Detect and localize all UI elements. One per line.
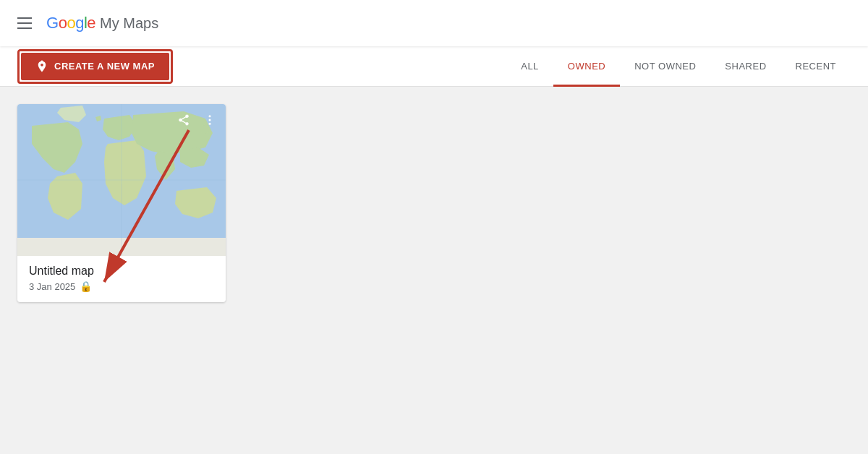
create-new-map-button[interactable]: CREATE A NEW MAP <box>21 53 169 80</box>
header: Google My Maps <box>0 0 868 46</box>
map-date: 3 Jan 2025 <box>29 281 75 292</box>
create-button-label: CREATE A NEW MAP <box>54 61 155 72</box>
tab-shared[interactable]: SHARED <box>710 46 780 87</box>
google-logo: Google <box>46 14 95 33</box>
share-button[interactable] <box>174 110 194 130</box>
map-meta: 3 Jan 2025 🔒 <box>29 280 214 292</box>
tab-owned[interactable]: OWNED <box>553 46 620 87</box>
map-card-actions <box>174 110 220 130</box>
hamburger-menu[interactable] <box>12 12 38 35</box>
share-icon <box>177 113 190 127</box>
logo-area: Google My Maps <box>46 14 158 33</box>
svg-point-6 <box>209 123 211 125</box>
tab-not-owned[interactable]: NOT OWNED <box>620 46 710 87</box>
svg-point-5 <box>209 119 211 121</box>
create-button-highlight: CREATE A NEW MAP <box>17 49 173 84</box>
map-title: Untitled map <box>29 265 214 278</box>
app-title: My Maps <box>100 15 158 32</box>
map-card-info: Untitled map 3 Jan 2025 🔒 <box>17 256 226 302</box>
main-content: Untitled map 3 Jan 2025 🔒 <box>0 87 868 454</box>
toolbar: CREATE A NEW MAP ALL OWNED NOT OWNED SHA… <box>0 46 868 87</box>
map-card[interactable]: Untitled map 3 Jan 2025 🔒 <box>17 104 226 302</box>
more-vert-icon <box>203 113 216 127</box>
tab-all[interactable]: ALL <box>506 46 553 87</box>
svg-point-4 <box>209 115 211 117</box>
map-pin-icon <box>35 60 48 73</box>
map-thumbnail <box>17 104 226 256</box>
tab-recent[interactable]: RECENT <box>781 46 851 87</box>
lock-icon: 🔒 <box>80 280 92 292</box>
more-options-button[interactable] <box>200 110 220 130</box>
tab-navigation: ALL OWNED NOT OWNED SHARED RECENT <box>506 46 851 87</box>
